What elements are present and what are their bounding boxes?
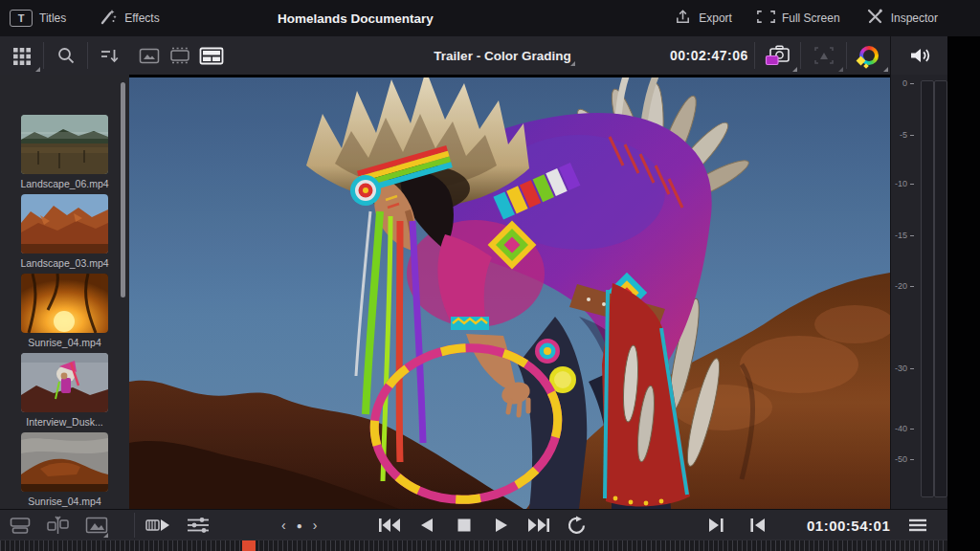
meter-bar-left (921, 80, 934, 497)
menu-button[interactable] (903, 510, 932, 540)
thumbnail-view-button[interactable] (134, 36, 165, 75)
camera-button[interactable] (755, 36, 800, 75)
fullscreen-label: Full Screen (782, 11, 840, 25)
timeline-name[interactable]: Trailer - Color Grading (434, 36, 570, 75)
media-clip[interactable]: Landscape_06.mp4 (11, 115, 118, 189)
meter-tick: -15 (891, 231, 914, 240)
inspector-label: Inspector (891, 11, 938, 25)
top-bar: T Titles Effects Homelands Documentary (0, 0, 980, 37)
loop-button[interactable] (562, 510, 590, 540)
effects-label: Effects (124, 11, 159, 25)
viewer-toolbar: Trailer - Color Grading 00:02:47:06 (0, 36, 947, 75)
titles-button[interactable]: T Titles (0, 0, 76, 36)
timeline-timecode: 01:00:54:01 (807, 518, 890, 534)
enhance-button[interactable] (801, 36, 846, 75)
image-histogram-icon (84, 516, 109, 535)
clip-thumbnail-landscape-03 (21, 194, 108, 253)
play-button[interactable] (487, 510, 516, 540)
jog-dot-icon[interactable]: ● (297, 520, 302, 531)
media-pool: Landscape_06.mp4 Landscape_03.mp4 (0, 75, 129, 509)
play-reverse-icon (418, 517, 435, 534)
titles-label: Titles (39, 11, 66, 25)
jog-right-icon[interactable]: › (313, 518, 318, 533)
audio-meter: 0 -5 -10 -15 -20 -30 -40 -50 (890, 75, 948, 509)
color-boost-icon (859, 46, 879, 65)
speaker-icon (908, 46, 931, 65)
marker-nav-group (702, 510, 772, 540)
topbar-right: Export Full Screen (674, 0, 938, 36)
loop-icon (566, 516, 587, 535)
clip-thumbnail-interview-dusk (21, 353, 108, 412)
snapshot-button[interactable] (82, 510, 111, 540)
playhead-marker[interactable] (242, 540, 256, 551)
dropdown-corner (35, 67, 40, 72)
viewer-video (129, 75, 890, 509)
media-clip[interactable]: Interview_Dusk... (11, 353, 118, 428)
viewer-timecode: 00:02:47:06 (670, 48, 748, 63)
previous-edit-button[interactable] (744, 510, 772, 540)
search-icon (56, 46, 76, 65)
filmstrip-view-button[interactable] (165, 36, 195, 75)
timeline-dropdown-caret[interactable] (570, 61, 575, 66)
go-to-start-button[interactable] (375, 510, 404, 540)
transport-controls (375, 510, 590, 540)
jog-left-icon[interactable]: ‹ (281, 518, 286, 533)
thumbnail-view-icon (139, 48, 160, 64)
source-tape-button[interactable] (144, 510, 172, 540)
sort-button[interactable] (88, 36, 131, 75)
media-clip[interactable]: Landscape_03.mp4 (11, 194, 118, 269)
previous-edit-icon (748, 517, 768, 534)
right-black-column (947, 36, 980, 551)
tools-group (144, 510, 212, 540)
next-edit-button[interactable] (702, 510, 730, 540)
single-viewer-button[interactable] (6, 510, 34, 540)
divider (134, 513, 135, 538)
media-pool-scrollbar[interactable] (121, 82, 125, 298)
clip-thumbnail-landscape-06 (21, 115, 108, 174)
app-window: T Titles Effects Homelands Documentary (0, 0, 980, 551)
project-title: Homelands Documentary (278, 11, 434, 26)
clip-name: Sunrise_04.mp4 (11, 337, 118, 348)
viewer-timecode-wrap: 00:02:47:06 (670, 36, 748, 75)
jog-control[interactable]: ‹ ● › (281, 510, 317, 540)
clip-thumbnail-sunrise-04 (21, 274, 108, 333)
effects-button[interactable]: Effects (89, 0, 168, 36)
play-icon (493, 517, 510, 534)
skip-to-start-icon (377, 517, 402, 534)
dropdown-corner (103, 533, 108, 538)
meter-tick: 0 (891, 78, 914, 88)
strip-view-button[interactable] (195, 36, 228, 75)
titles-icon: T (10, 10, 33, 27)
bin-view-button[interactable] (0, 36, 43, 75)
fullscreen-icon (757, 10, 775, 28)
clip-name: Landscape_06.mp4 (11, 178, 118, 189)
sort-icon (100, 46, 121, 65)
inspector-button[interactable]: Inspector (865, 0, 938, 36)
export-icon (674, 8, 692, 30)
go-to-end-button[interactable] (524, 510, 553, 540)
meter-tick: -5 (891, 130, 914, 140)
audio-mute-button[interactable] (890, 36, 948, 75)
fullscreen-button[interactable]: Full Screen (757, 0, 840, 36)
meter-tick: -10 (891, 179, 914, 188)
clip-name: Interview_Dusk... (11, 416, 118, 428)
next-edit-icon (706, 517, 725, 534)
media-clip[interactable]: Sunrise_04.mp4 (11, 432, 118, 507)
search-button[interactable] (44, 36, 87, 75)
stop-button[interactable] (450, 510, 479, 540)
play-reverse-button[interactable] (412, 510, 441, 540)
viewer-mode-group (6, 510, 111, 540)
split-clip-button[interactable] (44, 510, 73, 540)
grid-icon (11, 45, 33, 66)
media-clip[interactable]: Sunrise_04.mp4 (11, 274, 118, 348)
stop-icon (457, 518, 472, 533)
color-boost-button[interactable] (847, 36, 891, 75)
timeline-scrubber[interactable] (0, 540, 947, 551)
camera-icon (765, 44, 791, 67)
export-button[interactable]: Export (674, 0, 732, 36)
timeline-timecode-wrap: 01:00:54:01 (807, 510, 890, 540)
tools-button[interactable] (184, 510, 212, 540)
split-clip-icon (46, 515, 71, 536)
clip-thumbnail-sunrise-04b (21, 432, 108, 492)
tape-play-icon (145, 516, 171, 535)
